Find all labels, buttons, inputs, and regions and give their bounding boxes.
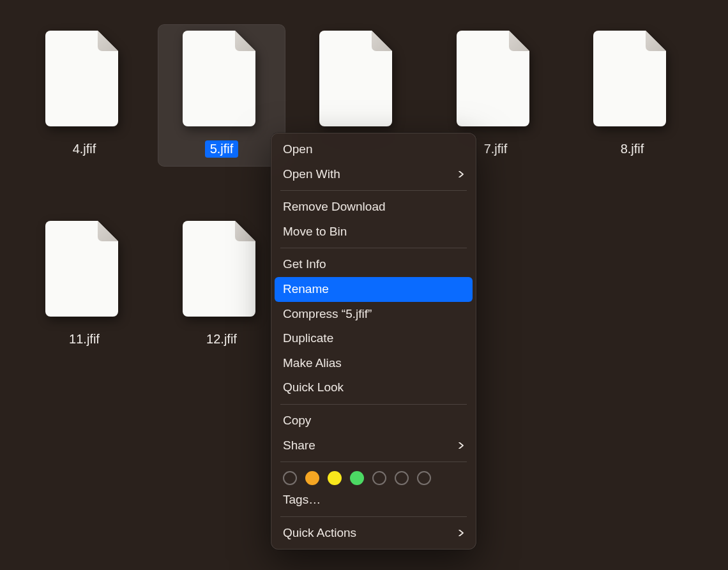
- file-label: 8.jfif: [616, 140, 649, 158]
- file-icon: [457, 31, 535, 126]
- menu-item[interactable]: Compress “5.jfif”: [271, 302, 476, 327]
- menu-item-label: Open: [283, 141, 312, 158]
- file-label: 4.jfif: [68, 140, 102, 158]
- menu-item-tags[interactable]: Tags…: [271, 488, 476, 513]
- menu-item-label: Open With: [283, 166, 340, 183]
- file-icon: [45, 221, 123, 317]
- file-item[interactable]: 5.jfif: [158, 24, 285, 167]
- menu-separator: [280, 516, 467, 517]
- menu-item-label: Quick Actions: [283, 525, 356, 542]
- tag-color-row: [271, 466, 476, 488]
- menu-item-label: Rename: [283, 281, 329, 298]
- menu-item-label: Share: [283, 437, 315, 454]
- menu-item[interactable]: Remove Download: [271, 195, 476, 220]
- context-menu[interactable]: OpenOpen WithRemove DownloadMove to BinG…: [271, 133, 476, 550]
- menu-item[interactable]: Get Info: [271, 252, 476, 277]
- file-item[interactable]: 11.jfif: [20, 214, 148, 357]
- menu-separator: [280, 404, 467, 405]
- tag-color[interactable]: [372, 471, 386, 485]
- menu-item-label: Tags…: [283, 491, 321, 509]
- file-icon: [593, 31, 671, 126]
- menu-item-label: Compress “5.jfif”: [283, 306, 372, 323]
- desktop[interactable]: 4.jfif 5.jfif 7.jfif 8.jfif: [0, 0, 728, 570]
- menu-item[interactable]: Share: [271, 433, 476, 458]
- menu-separator: [280, 461, 467, 462]
- menu-item-label: Make Alias: [283, 355, 342, 372]
- menu-item-label: Get Info: [283, 256, 326, 273]
- menu-item[interactable]: Quick Look: [271, 375, 476, 400]
- menu-item[interactable]: Rename: [275, 277, 473, 302]
- menu-separator: [280, 190, 467, 191]
- chevron-right-icon: [458, 530, 464, 536]
- chevron-right-icon: [458, 442, 464, 449]
- tag-color[interactable]: [417, 471, 431, 485]
- tag-color[interactable]: [283, 471, 297, 485]
- menu-item[interactable]: Open With: [271, 162, 476, 187]
- file-label: 5.jfif: [205, 140, 239, 158]
- file-icon: [183, 221, 261, 317]
- menu-item[interactable]: Make Alias: [271, 351, 476, 376]
- file-label: 12.jfif: [201, 331, 242, 348]
- tag-color[interactable]: [328, 471, 342, 485]
- file-icon: [319, 31, 397, 126]
- menu-item-label: Move to Bin: [283, 223, 347, 241]
- tag-color[interactable]: [305, 471, 319, 485]
- file-item[interactable]: 8.jfif: [568, 24, 696, 167]
- file-item[interactable]: [294, 24, 422, 135]
- menu-item[interactable]: Open: [271, 137, 476, 162]
- file-icon: [45, 31, 123, 126]
- file-label: 7.jfif: [479, 140, 513, 158]
- menu-item[interactable]: Duplicate: [271, 326, 476, 351]
- menu-separator: [280, 248, 467, 248]
- file-label: 11.jfif: [64, 331, 105, 348]
- chevron-right-icon: [458, 171, 464, 177]
- tag-color[interactable]: [350, 471, 364, 485]
- file-item[interactable]: 12.jfif: [158, 214, 285, 357]
- menu-item-label: Quick Look: [283, 379, 344, 396]
- menu-item-label: Duplicate: [283, 330, 333, 347]
- menu-item-quick-actions[interactable]: Quick Actions: [271, 521, 476, 546]
- menu-item[interactable]: Copy: [271, 409, 476, 433]
- menu-item-label: Remove Download: [283, 199, 386, 216]
- menu-item[interactable]: Move to Bin: [271, 220, 476, 244]
- menu-item-label: Copy: [283, 412, 311, 430]
- file-item[interactable]: 4.jfif: [20, 24, 148, 167]
- tag-color[interactable]: [395, 471, 409, 485]
- file-icon: [183, 31, 261, 126]
